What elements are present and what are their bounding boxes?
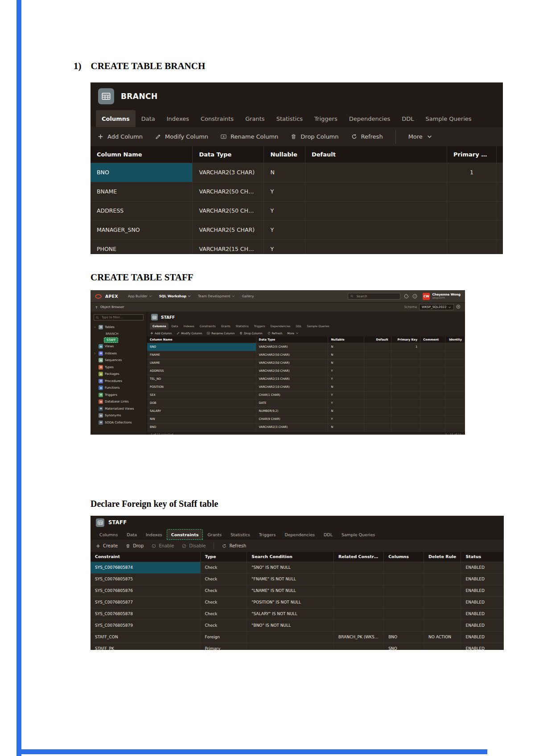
breadcrumb[interactable]: Object Browser xyxy=(100,305,124,309)
sidebar-item-views[interactable]: Views xyxy=(91,343,147,350)
user-menu[interactable]: CW Cheyenne Wong wksp1974 xyxy=(423,293,461,300)
sidebar-item-triggers[interactable]: Triggers xyxy=(91,391,147,399)
branch-row-phone[interactable]: PHONEVARCHAR2(15 CHAR)Y xyxy=(91,239,503,254)
sidebar-item-database-links[interactable]: Database Links xyxy=(91,399,147,406)
branch-col-column-name[interactable]: Column Name xyxy=(91,146,193,163)
staff-tab-statistics[interactable]: Statistics xyxy=(233,323,251,329)
staff-row-sno[interactable]: SNOVARCHAR2(5 CHAR)N1 xyxy=(147,343,465,351)
constraints-row-sys-c0076805877[interactable]: SYS_C0076805877Check"POSITION" IS NOT NU… xyxy=(91,596,504,608)
constraints-tab-data[interactable]: Data xyxy=(122,529,141,540)
branch-tab-data[interactable]: Data xyxy=(136,110,161,127)
constraints-disable-button[interactable]: Disable xyxy=(182,543,206,548)
branch-row-manager-sno[interactable]: MANAGER_SNOVARCHAR2(5 CHAR)Y xyxy=(91,220,503,239)
staff-add-column-button[interactable]: Add Column xyxy=(150,332,172,335)
arrow-up-icon[interactable] xyxy=(95,306,98,309)
header-menu-app-builder[interactable]: App Builder xyxy=(125,290,155,302)
constraints-tab-triggers[interactable]: Triggers xyxy=(255,529,280,540)
sidebar-item-sequences[interactable]: Sequences xyxy=(91,357,147,364)
sidebar-filter[interactable] xyxy=(94,314,144,320)
staff-tab-indexes[interactable]: Indexes xyxy=(181,323,197,329)
branch-tab-statistics[interactable]: Statistics xyxy=(271,110,309,127)
constraints-row-staff-con[interactable]: STAFF_CONForeignBRANCH_PK (WKSP_SQL2022.… xyxy=(91,631,504,643)
branch-drop-column-button[interactable]: Drop Column xyxy=(291,133,338,140)
constraints-create-button[interactable]: Create xyxy=(96,543,118,548)
staff-tab-triggers[interactable]: Triggers xyxy=(251,323,268,329)
sidebar-item-packages[interactable]: Packages xyxy=(91,371,147,378)
constraints-col-constraint[interactable]: Constraint xyxy=(91,552,201,562)
constraints-col-status[interactable]: Status xyxy=(461,552,503,562)
staff-row-position[interactable]: POSITIONVARCHAR2(10 CHAR)N xyxy=(147,383,465,391)
branch-col-primary-key[interactable]: Primary Key xyxy=(447,146,497,163)
constraints-row-sys-c0076805878[interactable]: SYS_C0076805878Check"SALARY" IS NOT NULL… xyxy=(91,608,504,620)
staff-col-identity[interactable]: Identity xyxy=(445,337,465,343)
help-icon[interactable]: ? xyxy=(412,292,417,300)
constraints-tab-indexes[interactable]: Indexes xyxy=(141,529,167,540)
branch-rename-column-button[interactable]: ARename Column xyxy=(221,133,278,140)
staff-tab-sample-queries[interactable]: Sample Queries xyxy=(305,323,332,329)
sidebar-item-branch[interactable]: BRANCH xyxy=(91,331,147,337)
branch-col-data-type[interactable]: Data Type xyxy=(193,146,264,163)
sidebar-item-indexes[interactable]: Indexes xyxy=(91,350,147,357)
sidebar-item-staff[interactable]: STAFF xyxy=(91,337,147,343)
constraints-col-related-constraint[interactable]: Related Constraint xyxy=(334,552,384,562)
staff-drop-column-button[interactable]: Drop Column xyxy=(239,332,262,335)
staff-row-dob[interactable]: DOBDATEY xyxy=(147,399,465,407)
staff-tab-grants[interactable]: Grants xyxy=(218,323,233,329)
branch-tab-columns[interactable]: Columns xyxy=(96,110,136,127)
staff-rename-column-button[interactable]: ARename Column xyxy=(207,332,235,335)
sidebar-item-soda-collections[interactable]: SODA Collections xyxy=(91,419,147,426)
branch-col-nullable[interactable]: Nullable xyxy=(264,146,305,163)
staff-col-primary-key[interactable]: Primary Key xyxy=(391,337,421,343)
branch-row-address[interactable]: ADDRESSVARCHAR2(50 CHAR)Y xyxy=(91,201,503,220)
constraints-col-search-condition[interactable]: Search Condition xyxy=(247,552,334,562)
schema-select[interactable]: WKSP_SQL2022 xyxy=(419,304,454,310)
staff-row-salary[interactable]: SALARYNUMBER(9,2)N xyxy=(147,407,465,415)
staff-row-fname[interactable]: FNAMEVARCHAR2(50 CHAR)N xyxy=(147,351,465,359)
constraints-enable-button[interactable]: Enable xyxy=(152,543,174,548)
constraints-refresh-button[interactable]: Refresh xyxy=(222,543,246,548)
schema-refresh-icon[interactable] xyxy=(456,304,461,310)
header-menu-team-development[interactable]: Team Development xyxy=(195,290,238,302)
staff-row-bno[interactable]: BNOVARCHAR2(3 CHAR)N xyxy=(147,423,465,431)
branch-tab-grants[interactable]: Grants xyxy=(239,110,271,127)
branch-tab-triggers[interactable]: Triggers xyxy=(309,110,343,127)
constraints-tab-statistics[interactable]: Statistics xyxy=(226,529,254,540)
staff-more-button[interactable]: More xyxy=(287,332,299,335)
search-input[interactable] xyxy=(355,294,395,299)
constraints-row-sys-c0076805874[interactable]: SYS_C0076805874Check"SNO" IS NOT NULLENA… xyxy=(91,562,504,573)
branch-tab-dependencies[interactable]: Dependencies xyxy=(343,110,396,127)
constraints-col-columns[interactable]: Columns xyxy=(384,552,424,562)
staff-row-tel-no[interactable]: TEL_NOVARCHAR2(15 CHAR)Y xyxy=(147,375,465,383)
constraints-col-type[interactable]: Type xyxy=(201,552,247,562)
sidebar-filter-input[interactable] xyxy=(101,315,139,320)
header-menu-gallery[interactable]: Gallery xyxy=(239,290,257,302)
constraints-row-sys-c0076805876[interactable]: SYS_C0076805876Check"LNAME" IS NOT NULLE… xyxy=(91,585,504,596)
staff-refresh-button[interactable]: Refresh xyxy=(268,332,283,335)
branch-tab-sample-queries[interactable]: Sample Queries xyxy=(420,110,477,127)
staff-row-address[interactable]: ADDRESSVARCHAR2(50 CHAR)Y xyxy=(147,367,465,375)
staff-tab-dependencies[interactable]: Dependencies xyxy=(268,323,293,329)
staff-col-data-type[interactable]: Data Type xyxy=(256,337,329,343)
branch-tab-ddl[interactable]: DDL xyxy=(396,110,420,127)
branch-add-column-button[interactable]: Add Column xyxy=(98,133,143,140)
constraints-row-staff-pk[interactable]: STAFF_PKPrimarySNOENABLED xyxy=(91,643,504,650)
constraints-tab-constraints[interactable]: Constraints xyxy=(167,529,203,540)
staff-row-sex[interactable]: SEXCHAR(1 CHAR)Y xyxy=(147,391,465,399)
staff-modify-column-button[interactable]: Modify Column xyxy=(177,332,202,335)
constraints-row-sys-c0076805879[interactable]: SYS_C0076805879Check"BNO" IS NOT NULLENA… xyxy=(91,620,504,631)
staff-row-nin[interactable]: NINCHAR(9 CHAR)Y xyxy=(147,415,465,423)
branch-more-button[interactable]: More xyxy=(408,133,432,140)
staff-col-column-name[interactable]: Column Name xyxy=(147,337,256,343)
staff-tab-columns[interactable]: Columns xyxy=(150,323,169,329)
sidebar-item-synonyms[interactable]: Synonyms xyxy=(91,412,147,419)
sidebar-item-functions[interactable]: Functions xyxy=(91,385,147,392)
constraints-tab-grants[interactable]: Grants xyxy=(203,529,226,540)
staff-tab-constraints[interactable]: Constraints xyxy=(197,323,218,329)
staff-col-comment[interactable]: Comment xyxy=(420,337,445,343)
branch-row-bname[interactable]: BNAMEVARCHAR2(50 CHAR)Y xyxy=(91,182,503,201)
sidebar-item-procedures[interactable]: Procedures xyxy=(91,378,147,385)
sidebar-item-tables[interactable]: Tables xyxy=(91,324,147,331)
constraints-tab-dependencies[interactable]: Dependencies xyxy=(280,529,319,540)
constraints-drop-button[interactable]: Drop xyxy=(126,543,144,548)
sidebar-item-materialized-views[interactable]: Materialized Views xyxy=(91,405,147,412)
